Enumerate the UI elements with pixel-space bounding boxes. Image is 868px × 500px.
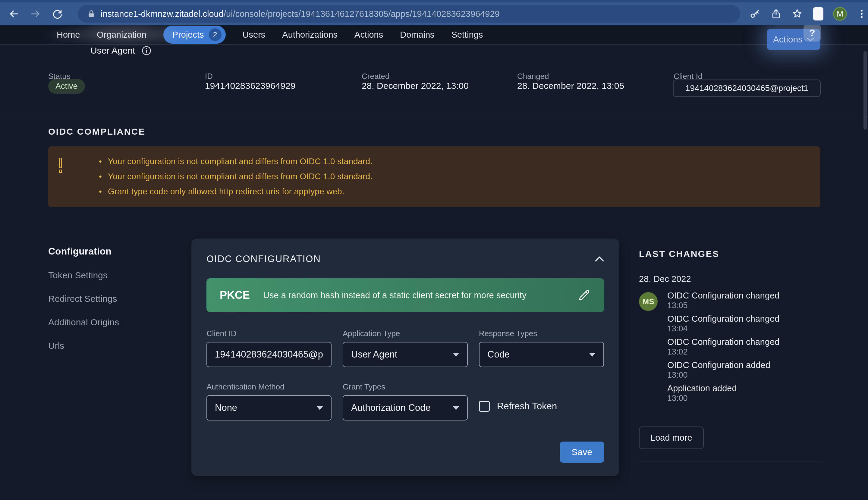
load-more-button[interactable]: Load more	[639, 427, 704, 449]
zitadel-console: React-SPA Home Organization Projects 2 U…	[0, 0, 868, 500]
collapse-chevron-icon[interactable]	[594, 256, 604, 262]
subnav-item-additional-origins[interactable]: Additional Origins	[48, 317, 119, 327]
browser-forward-icon[interactable]	[28, 7, 43, 21]
change-event: OIDC Configuration changed 13:04	[667, 314, 821, 333]
edit-pencil-icon[interactable]	[577, 288, 591, 302]
select-arrow-icon	[453, 353, 459, 356]
side-panel-icon[interactable]	[812, 8, 825, 20]
select-arrow-icon	[316, 406, 323, 410]
scrollbar-thumb[interactable]	[864, 51, 867, 129]
nav-item-domains[interactable]: Domains	[400, 30, 434, 40]
oidc-configuration-card: OIDC CONFIGURATION PKCE Use a random has…	[191, 239, 619, 476]
changed-label: Changed	[517, 72, 549, 81]
save-button[interactable]: Save	[560, 442, 604, 463]
grant-types-value: Authorization Code	[351, 402, 431, 413]
change-event-title: OIDC Configuration added	[667, 360, 821, 370]
help-button[interactable]: ?	[803, 24, 821, 42]
compliance-warning-box: Your configuration is not compliant and …	[48, 146, 820, 207]
url-path: /ui/console/projects/194136146127618305/…	[224, 9, 500, 19]
nav-item-projects[interactable]: Projects 2	[163, 26, 226, 44]
last-changes-title: LAST CHANGES	[639, 249, 720, 259]
actions-dropdown-label: Actions	[773, 34, 803, 45]
created-value: 28. December 2022, 13:00	[361, 81, 469, 91]
change-event-title: OIDC Configuration changed	[667, 291, 821, 300]
change-event-title: OIDC Configuration changed	[667, 337, 821, 347]
user-avatar: MS	[639, 292, 658, 311]
browser-profile-avatar[interactable]: M	[833, 7, 847, 21]
change-event-time: 13:04	[667, 324, 821, 333]
response-types-field-group: Response Types Code	[479, 329, 604, 367]
subnav-item-urls[interactable]: Urls	[48, 341, 119, 351]
change-event: OIDC Configuration changed 13:05	[667, 291, 821, 310]
panel-divider	[639, 461, 822, 462]
compliance-warning-list: Your configuration is not compliant and …	[99, 156, 372, 201]
address-bar[interactable]: instance1-dkmnzw.zitadel.cloud/ui/consol…	[78, 5, 740, 23]
warning-icon	[59, 158, 62, 173]
change-event-time: 13:00	[667, 370, 821, 380]
pkce-description: Use a random hash instead of a static cl…	[263, 291, 526, 300]
browser-back-icon[interactable]	[7, 7, 21, 21]
id-label: ID	[205, 72, 213, 81]
change-event-time: 13:05	[667, 300, 821, 310]
refresh-token-checkbox[interactable]	[479, 401, 490, 412]
change-event: Application added 13:00	[667, 383, 821, 403]
status-badge: Active	[48, 79, 85, 94]
bookmark-star-icon[interactable]	[791, 8, 803, 20]
auth-method-value: None	[215, 402, 237, 413]
projects-count-badge: 2	[209, 28, 222, 41]
application-type-field-group: Application Type User Agent	[343, 329, 468, 367]
nav-item-settings[interactable]: Settings	[452, 30, 483, 40]
grant-types-select[interactable]: Authorization Code	[343, 395, 468, 420]
change-event: OIDC Configuration changed 13:02	[667, 337, 821, 356]
section-divider	[0, 116, 868, 116]
refresh-token-group: Refresh Token	[479, 394, 604, 419]
nav-item-authorizations[interactable]: Authorizations	[282, 30, 337, 40]
subnav-item-configuration[interactable]: Configuration	[48, 246, 119, 257]
browser-menu-icon[interactable]	[855, 8, 868, 20]
change-event-title: OIDC Configuration changed	[667, 314, 821, 324]
browser-tabstrip	[0, 0, 868, 2]
app-type-subtitle: User Agent	[90, 45, 135, 56]
client-id-field-label: Client ID	[207, 329, 332, 338]
info-icon[interactable]	[141, 45, 152, 56]
application-type-value: User Agent	[351, 349, 397, 360]
change-event-title: Application added	[667, 383, 821, 394]
auth-method-select[interactable]: None	[207, 395, 332, 420]
nav-item-organization[interactable]: Organization	[97, 30, 146, 40]
changed-value: 28. December 2022, 13:05	[517, 81, 624, 91]
config-subnav: Configuration Token Settings Redirect Se…	[48, 246, 119, 351]
grant-types-label: Grant Types	[343, 382, 468, 391]
share-icon[interactable]	[770, 8, 782, 20]
nav-item-home[interactable]: Home	[57, 30, 80, 40]
card-title: OIDC CONFIGURATION	[207, 254, 321, 264]
compliance-warning: Your configuration is not compliant and …	[99, 156, 372, 167]
compliance-section-title: OIDC COMPLIANCE	[48, 126, 146, 137]
pkce-banner: PKCE Use a random hash instead of a stat…	[207, 278, 604, 312]
application-type-select[interactable]: User Agent	[343, 342, 468, 367]
change-event: OIDC Configuration added 13:00	[667, 360, 821, 380]
compliance-warning: Your configuration is not compliant and …	[99, 171, 372, 182]
changes-timeline: OIDC Configuration changed 13:05 OIDC Co…	[667, 291, 821, 406]
change-event-time: 13:00	[667, 394, 821, 403]
nav-item-actions[interactable]: Actions	[354, 30, 383, 40]
response-types-select[interactable]: Code	[479, 342, 604, 367]
client-id-field-group: Client ID	[207, 329, 332, 367]
select-arrow-icon	[589, 353, 596, 356]
password-key-icon[interactable]	[749, 8, 761, 20]
client-id-chip[interactable]: 194140283624030465@project1	[673, 80, 821, 97]
auth-method-field-group: Authentication Method None	[207, 382, 332, 420]
application-type-label: Application Type	[343, 329, 468, 338]
compliance-warning: Grant type code only allowed http redire…	[99, 186, 372, 197]
refresh-token-label: Refresh Token	[497, 401, 557, 412]
client-id-input[interactable]	[207, 342, 332, 367]
main-navbar: Home Organization Projects 2 Users Autho…	[0, 25, 868, 45]
lock-icon	[87, 9, 96, 19]
id-value: 194140283623964929	[205, 81, 296, 91]
nav-item-users[interactable]: Users	[243, 30, 266, 40]
browser-reload-icon[interactable]	[50, 7, 65, 21]
subnav-item-token-settings[interactable]: Token Settings	[48, 270, 119, 281]
app-subtitle-row: User Agent	[90, 45, 152, 56]
created-label: Created	[361, 72, 390, 81]
browser-chrome: instance1-dkmnzw.zitadel.cloud/ui/consol…	[0, 0, 868, 25]
subnav-item-redirect-settings[interactable]: Redirect Settings	[48, 294, 119, 304]
